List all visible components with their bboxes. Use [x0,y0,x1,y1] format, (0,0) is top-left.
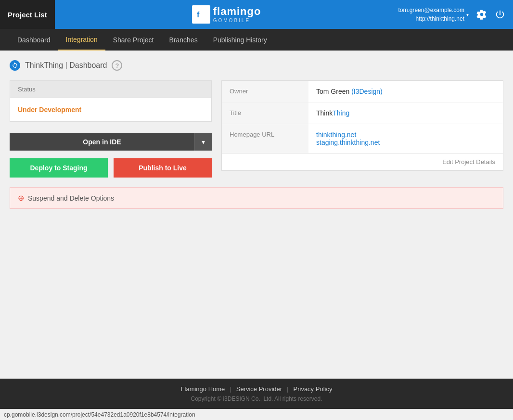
user-site: http://thinkthing.net [398,14,464,23]
footer-flamingo-home[interactable]: Flamingo Home [176,385,230,393]
project-list-button[interactable]: Project List [0,0,55,29]
footer: Flamingo Home | Service Provider | Priva… [0,379,513,409]
title-thing: Thing [333,109,349,117]
logo-name: flamingo [213,6,261,17]
suspend-text: Suspend and Delete Options [28,194,114,202]
homepage-url2[interactable]: staging.thinkthing.net [316,139,380,146]
power-icon [495,9,505,20]
nav-item-publishing-history[interactable]: Publishing History [205,29,275,51]
open-ide-group: Open in IDE ▾ [10,133,212,151]
flamingo-logo-svg: f [196,9,206,20]
nav-bar: Dashboard Integration Share Project Bran… [0,29,513,51]
nav-item-dashboard[interactable]: Dashboard [10,29,58,51]
breadcrumb-icon [10,60,20,71]
title-row: Title ThinkThing [222,102,503,124]
title-think-thing: ThinkThing [316,109,349,117]
owner-label: Owner [222,81,308,102]
homepage-label: Homepage URL [222,124,308,153]
owner-name: Tom Green [316,88,349,95]
deploy-staging-button[interactable]: Deploy to Staging [10,158,108,178]
ide-dropdown-button[interactable]: ▾ [194,133,212,151]
footer-service-provider[interactable]: Service Provider [231,385,287,393]
status-card-header: Status [10,81,211,98]
footer-privacy-policy[interactable]: Privacy Policy [289,385,337,393]
content-columns: Status Under Development Open in IDE ▾ D… [10,80,503,178]
title-think: Think [316,109,333,117]
footer-copyright: Copyright © i3DESIGN Co., Ltd. All right… [7,395,506,402]
settings-button[interactable] [476,9,487,20]
status-bar-url: cp.gomobile.i3design.com/project/54e4732… [4,411,195,418]
logo-icon: f [192,5,210,24]
power-button[interactable] [495,9,505,20]
edit-project-row: Edit Project Details [221,153,503,171]
open-ide-section: Open in IDE ▾ [10,129,212,151]
edit-project-link[interactable]: Edit Project Details [442,158,495,165]
user-email: tom.green@example.com [398,6,464,14]
left-column: Status Under Development Open in IDE ▾ D… [10,80,212,178]
user-info-text: tom.green@example.com http://thinkthing.… [398,6,464,23]
title-value: ThinkThing [308,102,503,124]
dropdown-arrow-icon: ▾ [202,138,205,146]
user-area: tom.green@example.com http://thinkthing.… [398,6,513,23]
breadcrumb-row: ThinkThing | Dashboard ? [10,60,503,71]
status-card-body: Under Development [10,98,211,121]
sync-icon [12,62,18,69]
open-ide-button[interactable]: Open in IDE [10,133,194,151]
nav-item-integration[interactable]: Integration [58,29,105,51]
help-button[interactable]: ? [112,60,122,71]
right-column: Owner Tom Green (I3Design) Title ThinkTh… [221,80,503,178]
logo-text-wrapper: flamingo GOMOBILE [213,6,261,23]
homepage-url1[interactable]: thinkthing.net [316,131,356,139]
status-value: Under Development [18,106,204,114]
main-content: ThinkThing | Dashboard ? Status Under De… [0,51,513,379]
homepage-value: thinkthing.net staging.thinkthing.net [308,124,503,153]
logo-area: f flamingo GOMOBILE [192,5,261,24]
title-label: Title [222,102,308,124]
top-bar: Project List f flamingo GOMOBILE tom.gre… [0,0,513,29]
status-bar: cp.gomobile.i3design.com/project/54e4732… [0,409,513,420]
publish-live-button[interactable]: Publish to Live [114,158,212,178]
nav-item-branches[interactable]: Branches [162,29,205,51]
footer-links: Flamingo Home | Service Provider | Priva… [7,385,506,393]
info-table: Owner Tom Green (I3Design) Title ThinkTh… [221,80,503,153]
owner-row: Owner Tom Green (I3Design) [222,81,503,102]
user-info[interactable]: tom.green@example.com http://thinkthing.… [398,6,469,23]
homepage-row: Homepage URL thinkthing.net staging.thin… [222,124,503,153]
nav-item-share-project[interactable]: Share Project [105,29,162,51]
suspend-icon: ⊕ [18,193,24,203]
breadcrumb-text: ThinkThing | Dashboard [25,61,107,70]
deploy-publish-row: Deploy to Staging Publish to Live [10,158,212,178]
svg-text:f: f [197,11,200,19]
owner-value: Tom Green (I3Design) [308,81,503,102]
owner-company: (I3Design) [351,88,383,95]
user-dropdown-arrow: ▾ [466,11,469,18]
logo-sub: GOMOBILE [213,18,261,23]
status-card: Status Under Development [10,80,212,122]
gear-icon [476,9,487,20]
suspend-bar[interactable]: ⊕ Suspend and Delete Options [10,187,503,209]
